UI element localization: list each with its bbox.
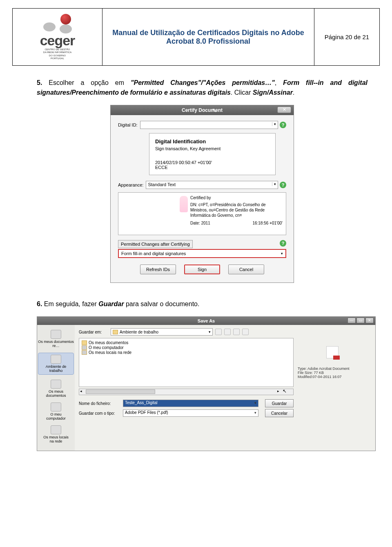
back-button[interactable] bbox=[215, 329, 222, 335]
step-5-text: 5. Escolher a opção em "Permitted Change… bbox=[37, 78, 368, 98]
cursor-icon: ↖ bbox=[283, 388, 287, 394]
dialog-titlebar[interactable]: Certify Document ✕ ↖ bbox=[111, 105, 294, 115]
appearance-select[interactable]: Standard Text bbox=[146, 181, 278, 189]
preview-time: 16:18:56 +01'00' bbox=[252, 220, 283, 226]
page-header: ceger CENTRO DE GESTÃO DA REDE INFORMÁTI… bbox=[12, 8, 380, 66]
list-item[interactable]: O meu computador bbox=[82, 345, 291, 350]
folder-icon bbox=[113, 330, 118, 334]
filename-input[interactable]: Teste_Ass_Digital bbox=[123, 400, 258, 407]
help-icon[interactable]: ? bbox=[280, 122, 286, 128]
refresh-ids-button[interactable]: Refresh IDs bbox=[140, 265, 176, 274]
preview-date-label: Date: 2011 bbox=[190, 220, 210, 226]
digital-id-info: Digital Identification Sign transaction,… bbox=[149, 133, 276, 175]
pdf-icon bbox=[326, 346, 339, 358]
documents-icon bbox=[51, 380, 61, 389]
logo-cloud-icon bbox=[43, 20, 72, 33]
recent-icon bbox=[51, 330, 61, 339]
info-ecce: ECCE bbox=[155, 165, 270, 170]
info-modified: Modified:07-04-2011 16:07 bbox=[298, 375, 367, 379]
preview-certified: Certified by bbox=[190, 195, 283, 200]
horizontal-scrollbar[interactable]: ↖ bbox=[79, 389, 294, 395]
digital-id-label: Digital ID: bbox=[118, 122, 138, 127]
file-info-panel: Type: Adobe Acrobat Document File Size: … bbox=[294, 338, 371, 419]
save-in-select[interactable]: Ambiente de trabalho bbox=[111, 328, 213, 336]
list-item[interactable]: Os meus locais na rede bbox=[82, 350, 291, 355]
sidebar-recent[interactable]: Os meus documentos re… bbox=[38, 330, 74, 348]
maximize-button[interactable]: ▭ bbox=[356, 318, 365, 323]
minimize-button[interactable]: — bbox=[347, 318, 356, 323]
save-as-dialog: Save As — ▭ ✕ Os meus documentos re… Amb… bbox=[37, 316, 376, 451]
saveas-titlebar[interactable]: Save As — ▭ ✕ bbox=[37, 317, 375, 325]
filetype-select[interactable]: Adobe PDF Files (*.pdf) bbox=[123, 409, 258, 417]
computer-icon bbox=[82, 345, 87, 350]
filename-label: Nome do ficheiro: bbox=[79, 401, 120, 406]
certify-document-dialog: Certify Document ✕ ↖ Digital ID: ? Digit… bbox=[110, 105, 294, 283]
sidebar-my-computer[interactable]: O meucomputador bbox=[38, 402, 74, 420]
preview-dn: DN: c=PT, o=Presidência do Conselho de M… bbox=[190, 202, 283, 218]
network-icon bbox=[82, 350, 87, 355]
desktop-icon bbox=[51, 355, 61, 364]
help-icon[interactable]: ? bbox=[280, 240, 286, 247]
info-date: 2014/02/19 00:50:47 +01'00' bbox=[155, 160, 270, 165]
save-button[interactable]: Guardar bbox=[265, 399, 294, 407]
permitted-changes-label: Permitted Changes after Certifying bbox=[118, 240, 193, 248]
view-menu-button[interactable] bbox=[242, 329, 249, 335]
new-folder-button[interactable] bbox=[233, 329, 240, 335]
permitted-changes-select[interactable]: Form fill-in and digital signatures bbox=[118, 249, 286, 258]
scrollbar-thumb[interactable] bbox=[86, 389, 155, 394]
close-button[interactable]: ✕ bbox=[365, 318, 374, 323]
step-6-text: 6. Em seguida, fazer Guardar para salvar… bbox=[37, 299, 368, 309]
page-number: Página 20 de 21 bbox=[314, 9, 380, 66]
info-size: File Size: 77 KB bbox=[298, 371, 367, 375]
dialog-title: Certify Document bbox=[111, 107, 294, 113]
cancel-button[interactable]: Cancelar bbox=[265, 409, 294, 417]
sidebar-desktop[interactable]: Ambiente detrabalho bbox=[38, 353, 74, 375]
logo-subtitle: CENTRO DE GESTÃO DA REDE INFORMÁTICA DO … bbox=[43, 48, 71, 60]
sidebar-documents[interactable]: Os meusdocumentos bbox=[38, 380, 74, 398]
logo-text: ceger bbox=[40, 33, 75, 47]
network-icon bbox=[51, 425, 61, 434]
digital-id-select[interactable] bbox=[140, 121, 278, 129]
file-list[interactable]: Os meus documentos O meu computador Os m… bbox=[79, 338, 294, 387]
saveas-title: Save As bbox=[37, 318, 375, 323]
appearance-label: Appearance: bbox=[118, 182, 143, 187]
logo-cell: ceger CENTRO DE GESTÃO DA REDE INFORMÁTI… bbox=[13, 9, 102, 66]
sidebar-network[interactable]: Os meus locaisna rede bbox=[38, 425, 74, 443]
cancel-button[interactable]: Cancel bbox=[228, 265, 264, 274]
info-type: Type: Adobe Acrobat Document bbox=[298, 367, 367, 371]
sign-button[interactable]: Sign bbox=[184, 265, 220, 274]
info-title: Digital Identification bbox=[155, 138, 270, 145]
ribbon-icon bbox=[180, 196, 188, 212]
saveas-sidebar: Os meus documentos re… Ambiente detrabal… bbox=[37, 325, 75, 451]
signature-preview: Certified by DN: c=PT, o=Presidência do … bbox=[118, 192, 286, 235]
info-sub: Sign transaction, Key Agreement bbox=[155, 146, 270, 151]
save-in-label: Guardar em: bbox=[79, 330, 108, 334]
list-item[interactable]: Os meus documentos bbox=[82, 340, 291, 345]
computer-icon bbox=[51, 402, 61, 411]
up-button[interactable] bbox=[224, 329, 231, 335]
filetype-label: Guardar com o tipo: bbox=[79, 411, 120, 416]
help-icon[interactable]: ? bbox=[280, 182, 286, 188]
close-button[interactable]: ✕ bbox=[277, 107, 291, 113]
folder-icon bbox=[82, 340, 87, 345]
doc-title: Manual de Utilização de Certificados Dig… bbox=[102, 9, 314, 66]
